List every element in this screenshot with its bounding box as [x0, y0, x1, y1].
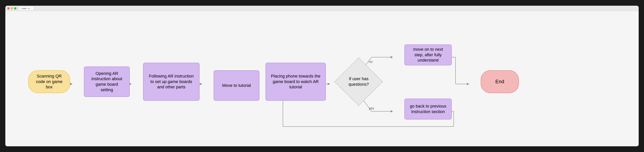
scan-qr-node: Scanning QR code on game box [28, 70, 70, 93]
branch-no-node: move on to next step, after fully unders… [404, 44, 452, 65]
tab-label[interactable]: Learn · k... [20, 7, 33, 10]
step1-node: Opening AR instruction about game board … [84, 67, 130, 97]
titlebar: Learn · k... [5, 6, 639, 11]
app-window: Learn · k... no [5, 6, 639, 146]
close-button[interactable] [7, 7, 10, 9]
following-ar-node: Following AR instruction to set up game … [143, 63, 200, 101]
step2-node: Following AR instruction to set up game … [143, 63, 200, 101]
end-oval: End [481, 70, 519, 93]
step3-node: Move to tutorial [214, 70, 260, 101]
minimize-button[interactable] [11, 7, 13, 9]
canvas: no yes Scanning QR code on game [5, 11, 639, 146]
branch-yes-node: go back to previous instruction section [404, 99, 452, 120]
placing-phone-node: Placing phone towards the game board to … [266, 63, 326, 101]
end-node: End [481, 70, 519, 93]
window-controls [7, 7, 16, 9]
move-on-node: move on to next step, after fully unders… [404, 44, 452, 65]
go-back-node: go back to previous instruction section [404, 99, 452, 120]
start-node: Scanning QR code on game box [28, 70, 70, 93]
opening-ar-node: Opening AR instruction about game board … [84, 67, 130, 97]
move-tutorial-node: Move to tutorial [214, 70, 260, 101]
step4-node: Placing phone towards the game board to … [266, 63, 326, 101]
maximize-button[interactable] [14, 7, 16, 9]
diamond-node: If user has questions? [342, 65, 376, 99]
flowchart: Scanning QR code on game box Opening AR … [17, 14, 627, 143]
